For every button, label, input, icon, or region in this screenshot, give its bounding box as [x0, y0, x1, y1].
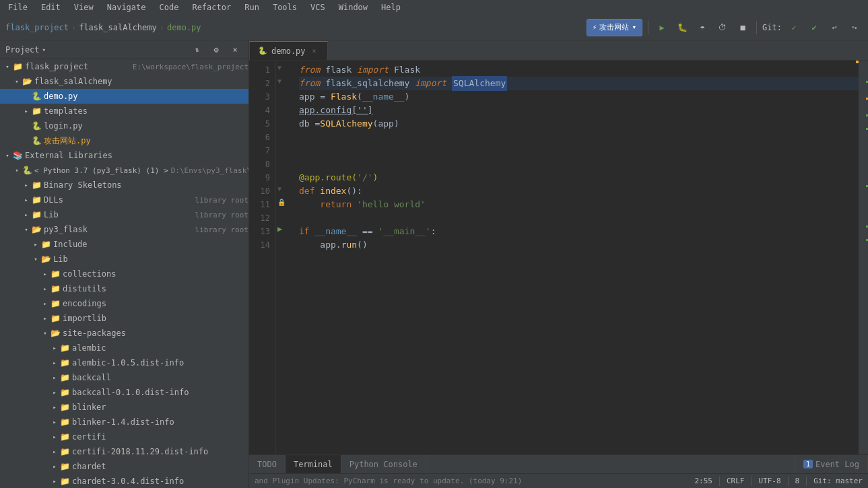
profile-button[interactable]: ⏱ — [714, 20, 731, 36]
tree-item-chardet-dist[interactable]: 📁 chardet-3.0.4.dist-info — [0, 474, 248, 488]
tree-item-encodings[interactable]: 📁 encodings — [0, 296, 248, 311]
tree-item-templates[interactable]: 📁 templates — [0, 104, 248, 118]
menu-help[interactable]: Help — [378, 1, 403, 13]
main-layout: Project ▾ ⇅ ⚙ × 📁 flask_project E:\works… — [0, 40, 868, 488]
tree-item-certifi[interactable]: 📁 certifi — [0, 429, 248, 444]
debug-button[interactable]: 🐛 — [674, 20, 690, 36]
right-scrollbar[interactable] — [859, 61, 868, 454]
tree-item-flask-salalchemy[interactable]: 📂 flask_salAlchemy — [0, 74, 248, 89]
breadcrumb-file[interactable]: demo.py — [167, 23, 201, 32]
git-undo-icon[interactable]: ↩ — [826, 20, 842, 36]
tree-item-dlls[interactable]: 📁 DLLs library root — [0, 193, 248, 207]
project-icon: 📁 — [12, 61, 23, 72]
tree-item-alembic-dist[interactable]: 📁 alembic-1.0.5.dist-info — [0, 355, 248, 370]
tree-item-binary-skeletons[interactable]: 📁 Binary Skeletons — [0, 178, 248, 193]
tree-item-alembic[interactable]: 📁 alembic — [0, 341, 248, 355]
website-button[interactable]: ⚡ 攻击网站 ▾ — [587, 19, 642, 36]
menu-run[interactable]: Run — [242, 1, 262, 13]
git-redo-icon[interactable]: ↪ — [846, 20, 863, 36]
bottom-tab-terminal[interactable]: Terminal — [286, 455, 341, 474]
tree-item-site-packages[interactable]: 📂 site-packages — [0, 326, 248, 341]
menu-navigate[interactable]: Navigate — [104, 1, 149, 13]
alembic-dist-label: alembic-1.0.5.dist-info — [72, 358, 248, 368]
tab-demo-py[interactable]: 🐍 demo.py × — [249, 41, 328, 60]
chardet-icon: 📁 — [59, 461, 70, 472]
collapse-all-button[interactable]: ⇅ — [189, 42, 205, 58]
stop-button[interactable]: ■ — [735, 20, 751, 36]
code-editor[interactable]: 1 2 3 4 5 6 7 8 9 10 11 12 13 14 ▼ ▼ ▼ — [249, 61, 868, 454]
close-sidebar-icon[interactable]: × — [227, 42, 243, 58]
tree-item-certifi-dist[interactable]: 📁 certifi-2018.11.29.dist-info — [0, 444, 248, 459]
tab-close-button[interactable]: × — [310, 46, 319, 56]
dlls-sublabel: library root — [195, 196, 248, 205]
toolbar: flask_project › flask_salAlchemy › demo.… — [0, 15, 868, 40]
menu-code[interactable]: Code — [157, 1, 182, 13]
status-sep2 — [751, 477, 752, 486]
expand-arrow-binary — [22, 182, 31, 188]
tree-item-backcall-dist[interactable]: 📁 backcall-0.1.0.dist-info — [0, 385, 248, 400]
encodings-label: encodings — [63, 299, 248, 308]
fold-icon-1[interactable]: ▼ — [277, 61, 281, 74]
blinker-dist-icon: 📁 — [59, 417, 70, 427]
git-branch[interactable]: Git: master — [813, 477, 863, 485]
chardet-dist-icon: 📁 — [59, 476, 70, 487]
sidebar-content[interactable]: 📁 flask_project E:\workspace\flask_proje… — [0, 59, 248, 488]
indentation: 8 — [795, 477, 800, 485]
tree-item-include[interactable]: 📁 Include — [0, 237, 248, 252]
settings-icon[interactable]: ⚙ — [208, 42, 224, 58]
tree-item-blinker-dist[interactable]: 📁 blinker-1.4.dist-info — [0, 415, 248, 429]
toolbar-separator — [648, 21, 648, 34]
bottom-tab-event-log[interactable]: 1 Event Log — [795, 455, 868, 474]
menu-vcs[interactable]: VCS — [308, 1, 328, 13]
tree-item-distutils[interactable]: 📁 distutils — [0, 281, 248, 296]
expand-arrow-lib — [22, 211, 31, 218]
tree-item-lib2[interactable]: 📂 Lib — [0, 252, 248, 267]
status-bar: and Plugin Updates: PyCharm is ready to … — [249, 473, 868, 488]
menu-file[interactable]: File — [5, 1, 30, 13]
bottom-tab-python-console[interactable]: Python Console — [341, 455, 426, 474]
tree-item-backcall[interactable]: 📁 backcall — [0, 370, 248, 385]
site-packages-label: site-packages — [63, 328, 248, 338]
tree-item-blinker[interactable]: 📁 blinker — [0, 400, 248, 415]
collections-label: collections — [63, 269, 248, 279]
breadcrumb-module[interactable]: flask_salAlchemy — [79, 23, 157, 32]
bottom-tab-todo[interactable]: TODO — [249, 455, 286, 474]
expand-arrow-python — [12, 167, 22, 174]
tree-item-python37[interactable]: 🐍 < Python 3.7 (py3_flask) (1) > D:\Envs… — [0, 163, 248, 178]
tree-item-zgjw-py[interactable]: 🐍 攻击网站.py — [0, 133, 248, 148]
menu-tools[interactable]: Tools — [270, 1, 300, 13]
menu-refactor[interactable]: Refactor — [189, 1, 234, 13]
blinker-icon: 📁 — [59, 402, 70, 413]
blinker-dist-label: blinker-1.4.dist-info — [72, 417, 248, 427]
dropdown-icon[interactable]: ▾ — [42, 46, 46, 53]
lib2-folder-icon: 📂 — [40, 254, 51, 265]
importlib-icon: 📁 — [50, 313, 61, 324]
run-button[interactable]: ▶ — [654, 20, 670, 36]
tree-item-importlib[interactable]: 📁 importlib — [0, 311, 248, 326]
fold-icon-2[interactable]: ▼ — [277, 74, 281, 88]
menu-edit[interactable]: Edit — [38, 1, 63, 13]
bookmark-indicator — [856, 61, 859, 63]
coverage-button[interactable]: ☂ — [694, 20, 710, 36]
tree-item-demo-py[interactable]: 🐍 demo.py — [0, 89, 248, 104]
run-arrow-13[interactable]: ▶ — [277, 222, 282, 236]
tree-item-lib[interactable]: 📁 Lib library root — [0, 207, 248, 222]
tree-item-external-libs[interactable]: 📚 External Libraries — [0, 148, 248, 163]
code-content[interactable]: from flask import Flask from flask_sqlal… — [291, 61, 859, 454]
tree-item-flask-project[interactable]: 📁 flask_project E:\workspace\flask_proje… — [0, 59, 248, 74]
tree-item-py3-flask[interactable]: 📂 py3_flask library root — [0, 222, 248, 237]
git-commit-icon[interactable]: ✓ — [786, 20, 802, 36]
git-check-icon[interactable]: ✔ — [806, 20, 822, 36]
python-console-label: Python Console — [349, 460, 418, 469]
breadcrumb-project[interactable]: flask_project — [5, 23, 69, 32]
sidebar-header: Project ▾ ⇅ ⚙ × — [0, 40, 248, 59]
tree-item-collections[interactable]: 📁 collections — [0, 267, 248, 281]
tree-item-login-py[interactable]: 🐍 login.py — [0, 118, 248, 133]
menu-window[interactable]: Window — [336, 1, 370, 13]
fold-icon-10[interactable]: ▼ — [277, 182, 281, 195]
menu-view[interactable]: View — [71, 1, 96, 13]
expand-arrow-alembic — [50, 345, 59, 351]
python37-path: D:\Envs\py3_flask\Scripts\ — [171, 166, 248, 175]
code-line-2: from flask_sqlalchemy import SQLAlchemy — [299, 77, 859, 90]
tree-item-chardet[interactable]: 📁 chardet — [0, 459, 248, 474]
